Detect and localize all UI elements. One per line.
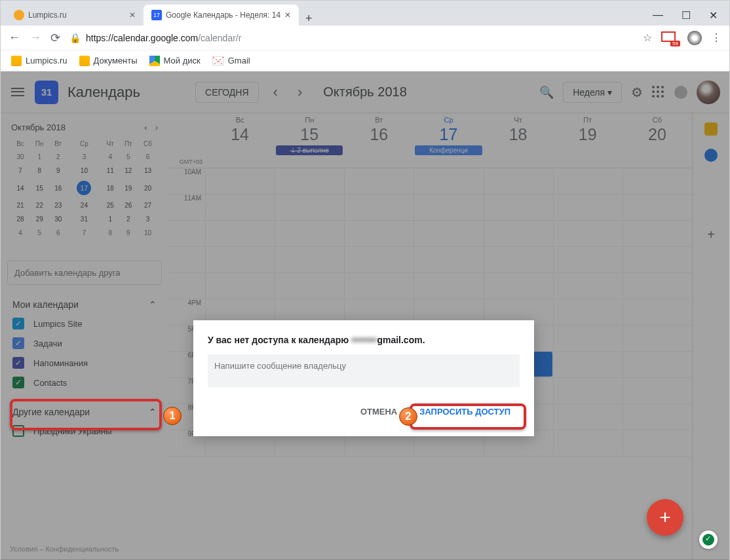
app-title: Календарь [67, 84, 140, 101]
menu-icon[interactable]: ⋮ [711, 31, 721, 44]
forward-icon[interactable]: → [29, 31, 41, 45]
chevron-down-icon: ▾ [607, 87, 612, 98]
adguard-icon[interactable] [699, 531, 718, 549]
bell-icon[interactable] [674, 86, 687, 99]
tasks-icon[interactable] [704, 149, 718, 162]
calendar-logo: 31 [35, 81, 58, 104]
window-controls: — ☐ ✕ [653, 5, 724, 26]
browser-window: Lumpics.ru ✕ 17 Google Календарь - Недел… [0, 0, 730, 560]
bookmark-item[interactable]: Gmail [212, 56, 250, 65]
tab-calendar[interactable]: 17 Google Календарь - Неделя: 14 ✕ [144, 5, 299, 26]
app-bar: 31 Календарь СЕГОДНЯ ‹ › Октябрь 2018 🔍 … [1, 71, 729, 113]
terms-link[interactable]: Условия – Конфиденциальность [10, 545, 119, 553]
bookmark-item[interactable]: Lumpics.ru [11, 56, 67, 66]
maximize-icon[interactable]: ☐ [682, 9, 691, 22]
newtab-button[interactable]: + [299, 12, 318, 26]
prev-month-icon[interactable]: ‹ [144, 122, 147, 132]
calendar-item[interactable]: ✓Напоминания [7, 353, 162, 373]
url-input[interactable]: 🔒 https://calendar.google.com/calendar/r [69, 33, 634, 43]
minical-grid[interactable]: ВсПнВтСрЧтПтСб 3012345678910111213141516… [11, 138, 158, 240]
annotation-highlight-1 [10, 399, 162, 430]
minical-title: Октябрь 2018 [11, 122, 66, 132]
search-icon[interactable]: 🔍 [539, 85, 554, 100]
close-icon[interactable]: ✕ [129, 10, 136, 20]
titlebar: Lumpics.ru ✕ 17 Google Календарь - Недел… [1, 1, 729, 26]
tab-lumpics[interactable]: Lumpics.ru ✕ [6, 5, 144, 26]
chevron-up-icon[interactable]: ⌃ [149, 299, 157, 310]
gmail-ext-icon[interactable]: 59 [661, 31, 678, 45]
sidebar: Октябрь 2018 ‹› ВсПнВтСрЧтПтСб 301234567… [1, 113, 168, 560]
create-event-fab[interactable]: + [647, 499, 683, 536]
apps-icon[interactable] [652, 86, 665, 99]
annotation-badge-2: 2 [399, 407, 417, 426]
request-access-modal: У вас нет доступа к календарю ••••••••gm… [193, 320, 534, 436]
mini-calendar: Октябрь 2018 ‹› ВсПнВтСрЧтПтСб 301234567… [7, 122, 162, 240]
close-window-icon[interactable]: ✕ [709, 9, 718, 22]
hamburger-icon[interactable] [10, 84, 26, 100]
next-month-icon[interactable]: › [155, 122, 158, 132]
tab-label: Lumpics.ru [28, 10, 67, 20]
reload-icon[interactable]: ⟳ [50, 31, 60, 45]
bookmark-item[interactable]: Мой диск [149, 56, 201, 66]
bookmark-item[interactable]: Документы [79, 56, 138, 66]
bookmarks-bar: Lumpics.ru Документы Мой диск Gmail [1, 50, 729, 71]
cancel-button[interactable]: ОТМЕНА [360, 407, 397, 417]
close-icon[interactable]: ✕ [284, 10, 291, 20]
minimize-icon[interactable]: — [653, 9, 663, 21]
tab-label: Google Календарь - Неделя: 14 [166, 10, 280, 20]
view-selector[interactable]: Неделя▾ [563, 82, 622, 103]
today-button[interactable]: СЕГОДНЯ [195, 82, 259, 103]
gear-icon[interactable]: ⚙ [631, 84, 643, 100]
prev-icon[interactable]: ‹ [268, 84, 283, 101]
back-icon[interactable]: ← [9, 31, 20, 45]
profile-avatar[interactable] [687, 31, 702, 45]
month-label: Октябрь 2018 [323, 84, 407, 100]
add-icon[interactable]: + [707, 227, 715, 242]
calendar-app: 31 Календарь СЕГОДНЯ ‹ › Октябрь 2018 🔍 … [1, 71, 729, 560]
side-panel: + [693, 113, 729, 560]
calendar-item[interactable]: ✓Задачи [7, 333, 162, 353]
star-icon[interactable]: ☆ [643, 31, 652, 44]
my-calendars-title: Мои календари [12, 299, 79, 310]
next-icon[interactable]: › [292, 84, 307, 101]
keep-icon[interactable] [704, 122, 718, 136]
calendar-item[interactable]: ✓Lumpics Site [7, 314, 162, 333]
lock-icon: 🔒 [69, 33, 81, 43]
calendar-item[interactable]: ✓Contacts [7, 373, 162, 392]
annotation-highlight-2 [410, 403, 526, 430]
add-friend-calendar-input[interactable]: Добавить календарь друга [7, 261, 162, 285]
modal-title: У вас нет доступа к календарю ••••••••gm… [208, 335, 520, 345]
user-avatar[interactable] [697, 81, 720, 104]
message-input[interactable] [208, 354, 520, 387]
annotation-badge-1: 1 [163, 407, 182, 425]
address-bar: ← → ⟳ 🔒 https://calendar.google.com/cale… [1, 26, 729, 50]
